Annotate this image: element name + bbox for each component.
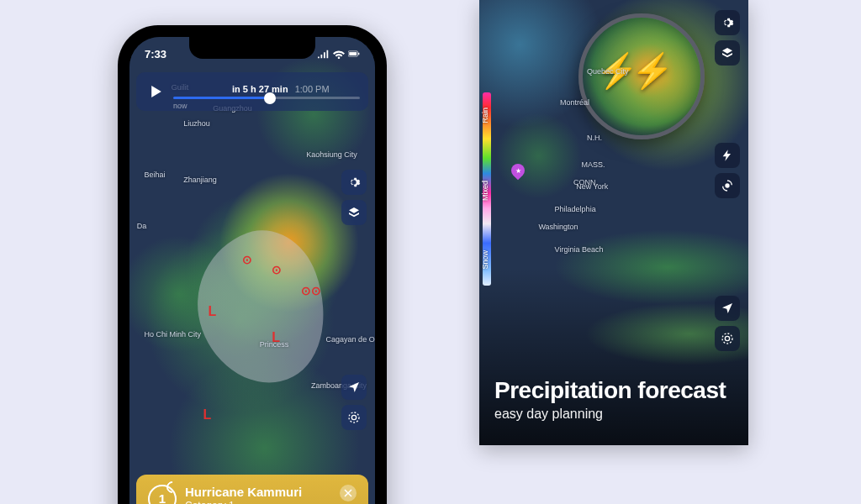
storm-card[interactable]: 1 Hurricane Kammuri Category 1 Forecast …: [136, 475, 368, 504]
hurricane-track-icon: ⊙: [242, 253, 252, 266]
layers-icon: [347, 206, 361, 219]
timeline-scrubber[interactable]: in 5 h 27 min 1:00 PM now: [136, 72, 368, 111]
storm-cone: [176, 215, 346, 400]
hurricane-category-number: 1: [159, 491, 166, 504]
low-pressure-marker: L: [203, 407, 212, 423]
locations-button[interactable]: [715, 326, 740, 351]
bolt-icon: [721, 149, 734, 162]
layers-icon: [721, 46, 734, 60]
svg-rect-1: [349, 52, 357, 55]
city-label: New York: [576, 182, 608, 191]
layers-button[interactable]: [715, 40, 740, 66]
city-label: Quebec City: [587, 67, 629, 76]
battery-icon: [348, 49, 360, 59]
city-label: Philadelphia: [555, 205, 596, 213]
svg-point-6: [725, 336, 729, 340]
notch: [189, 37, 315, 59]
locate-button[interactable]: [715, 296, 740, 321]
status-icons: [318, 49, 360, 59]
settings-button[interactable]: [341, 170, 367, 195]
svg-point-4: [349, 412, 359, 423]
play-icon: [151, 86, 162, 97]
wifi-icon: [333, 49, 345, 59]
close-button[interactable]: [340, 485, 357, 501]
locate-button[interactable]: [341, 375, 367, 400]
panel-title: Precipitation forecast: [494, 378, 726, 403]
signal-icon: [318, 49, 330, 59]
timeline-eta: in 5 h 27 min: [232, 84, 288, 94]
low-pressure-marker: L: [208, 304, 216, 319]
hurricane-icon: 1: [148, 485, 177, 504]
city-label: MASS.: [582, 160, 605, 169]
city-label: Zhanjiang: [183, 176, 217, 184]
city-label: Princess: [260, 340, 289, 349]
feature-panel: Rain Mixed Snow ⚡⚡ Precipitation forecas…: [479, 0, 748, 445]
svg-rect-2: [358, 53, 359, 55]
city-label: Cagayan de Oro City: [326, 335, 375, 344]
pin-icon: [721, 332, 734, 345]
play-button[interactable]: [145, 80, 168, 103]
city-label: Virginia Beach: [555, 245, 604, 254]
phone-screen: L L L ⊙ ⊙ ⊙⊙ 7:33 in 5 h 27 min: [129, 37, 375, 504]
arrow-icon: [347, 381, 361, 394]
city-label: Ho Chi Minh City: [145, 330, 202, 339]
magnifier-lens: ⚡⚡: [578, 13, 705, 139]
lightning-button[interactable]: [715, 143, 740, 168]
scale-label-rain: Rain: [481, 108, 489, 123]
city-label: Beihai: [145, 171, 166, 179]
city-label: N.H.: [587, 134, 602, 142]
timeline-time: 1:00 PM: [295, 84, 330, 94]
pin-icon: [347, 411, 361, 424]
svg-point-7: [722, 333, 732, 344]
close-icon: [344, 489, 352, 497]
gear-icon: [347, 176, 361, 189]
settings-button[interactable]: [715, 10, 740, 35]
layers-button[interactable]: [341, 200, 367, 225]
hurricane-track-icon: ⊙⊙: [301, 284, 321, 297]
timeline-track[interactable]: now: [173, 97, 360, 99]
city-label: Montréal: [560, 98, 589, 107]
storm-category: Category 1: [185, 499, 331, 504]
phone-frame: L L L ⊙ ⊙ ⊙⊙ 7:33 in 5 h 27 min: [118, 25, 387, 504]
timeline-now-label: now: [173, 102, 188, 110]
hurricane-icon: [721, 179, 734, 192]
hurricane-track-icon: ⊙: [272, 263, 282, 276]
svg-point-5: [725, 183, 729, 187]
scale-label-mixed: Mixed: [481, 181, 489, 201]
panel-subtitle: easy day planning: [494, 407, 726, 422]
svg-point-3: [351, 415, 356, 419]
city-label: Liuzhou: [183, 119, 210, 128]
city-label: Washington: [538, 223, 578, 231]
locations-button[interactable]: [341, 405, 367, 430]
timeline-thumb[interactable]: [264, 92, 276, 104]
gear-icon: [721, 16, 734, 29]
scale-label-snow: Snow: [481, 250, 489, 270]
status-time: 7:33: [145, 48, 166, 60]
city-label: Kaohsiung City: [306, 150, 357, 159]
arrow-icon: [721, 302, 734, 315]
storm-name: Hurricane Kammuri: [185, 485, 331, 499]
hurricane-button[interactable]: [715, 173, 740, 198]
city-label: Da: [137, 222, 147, 230]
